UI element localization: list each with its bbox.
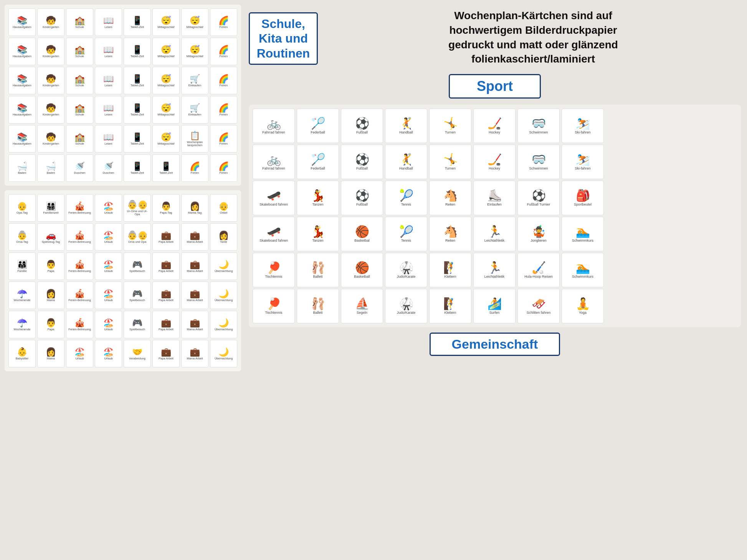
card-label: Mittagsschlaf [187,26,203,29]
sport-card-label: Ballett [313,275,322,279]
sport-card-label: Yoga [579,311,587,315]
top-card-3-3: 📖Lesen [95,96,122,124]
card-label: Schule [75,142,84,145]
card-label: Babysitter [16,357,28,360]
sport-card-label: Ski-fahren [575,167,590,171]
card-icon: 💼 [190,290,200,298]
sport-card-label: Tennis [401,203,411,207]
sport-card-icon: 🎾 [399,226,413,237]
sport-card-icon: 🥋 [399,262,413,273]
sport-card-icon: 🧗 [443,298,458,310]
top-card-5-7: 🌈Ferien [210,154,237,182]
sport-card-label: Leichtathletik [484,275,505,279]
sport-card-label: Reiten [445,239,455,243]
card-icon: 📋 [190,132,200,140]
card-icon: 📱 [132,75,142,83]
sport-card-3-2: 🏀Basketbal [341,217,383,251]
card-icon: 🛒 [190,104,200,112]
bottom-left-card-0-7: 👴Onkel [210,194,237,222]
bottom-left-card-0-1: 👨‍👩‍👧‍👦Familienzeit [37,194,64,222]
sport-card-4-3: 🥋Judo/Karate [385,253,427,287]
card-icon: 🏖️ [103,202,114,211]
sport-card-label: Schlitten fahren [527,311,551,315]
sport-card-label: Reiten [445,203,455,207]
card-label: Ferien [220,55,228,58]
card-label: Ferien [220,84,228,87]
sport-card-label: Tennis [401,239,411,243]
sport-card-4-4: 🧗Klettern [429,253,471,287]
card-icon: 📚 [17,133,27,142]
card-icon: 😴 [161,46,171,54]
top-card-5-3: 🚿Duschen [95,154,122,182]
sport-card-2-6: ⚽Fußball Turnier [517,181,560,215]
card-label: Übernachtung [215,357,233,360]
card-icon: 👨‍👩‍👧‍👦 [46,202,56,211]
top-card-3-1: 🧒Kindergarten [37,96,64,124]
card-icon: 😴 [161,133,171,142]
sport-card-label: Tanzen [312,239,323,243]
top-card-3-2: 🏫Schule [66,96,93,124]
sport-card-4-6: 🏑Hula-Hoop Reisen [517,253,560,287]
card-icon: 🏖️ [103,348,114,356]
bottom-left-card-4-0: ☂️Wochenende [8,311,36,338]
card-icon: 👩 [46,290,56,298]
card-label: Ferien [220,26,228,29]
card-label: Papa Arbeit [159,240,174,244]
sport-card-5-2: ⛵Segeln [341,289,383,323]
card-icon: 💼 [161,260,171,269]
card-icon: 🚗 [46,231,56,240]
top-card-3-5: 😴Mittagsschlaf [152,96,180,124]
card-label: Lesen [104,142,112,145]
card-label: Tablet-Zeit [131,26,144,29]
top-description-row: Schule, Kita und Routinen Wochenplan-Kär… [249,5,741,70]
sport-card-label: Klettern [444,311,456,315]
card-icon: 👴 [17,202,27,211]
card-icon: 📱 [132,162,142,171]
sport-card-icon: 🎾 [399,190,413,201]
sport-card-icon: 💃 [311,190,325,201]
card-label: Papa-Tag [160,211,172,214]
bottom-left-row-2: 👨‍👩‍👧Familie👨Papa🎪Ferien-Betreuung🏖️Urla… [8,252,237,280]
card-icon: 📖 [103,16,114,25]
sport-card-icon: 🏸 [311,118,325,129]
card-icon: 🏫 [74,75,85,83]
card-label: Spielzeug-Tag [42,240,60,244]
bottom-left-card-2-1: 👨Papa [37,252,64,280]
card-label: Mittagsschlaf [158,84,175,87]
sport-row-0: 🚲Fahrrad fahren🏸Federball⚽Fußball🤾Handba… [253,109,737,143]
sport-card-icon: 🏒 [488,154,502,165]
sport-card-label: Judo/Karate [397,275,416,279]
bottom-left-card-1-5: 💼Papa Arbeit [152,223,180,251]
sport-card-0-1: 🏸Federball [297,109,339,143]
card-icon: 😴 [161,16,171,25]
sport-card-2-0: 🛹Skateboard fahren [253,181,295,215]
sport-card-label: Skateboard fahren [259,203,288,207]
sport-card-icon: 🤾 [399,118,413,129]
card-icon: 📚 [17,46,27,54]
card-label: Hausaufgaben [13,55,31,58]
top-card-5-4: 📱Tablet-Zeit [124,154,151,182]
top-card-3-4: 📱Tablet-Zeit [124,96,151,124]
bottom-left-card-4-7: 🌙Übernachtung [210,311,237,338]
bottom-left-card-2-3: 🏖️Urlaub [95,252,122,280]
card-icon: 😴 [161,104,171,112]
sport-card-label: Turnen [445,131,456,135]
card-label: Oma-Tag [16,240,28,244]
bottom-left-card-1-4: 👵👴Oma und Opa [124,223,151,251]
card-label: Tablet-Zeit [131,84,144,87]
sport-card-icon: 🥽 [532,118,546,129]
card-label: Urlaub [104,240,112,244]
sport-card-label: Fahrrad fahren [262,167,285,171]
card-icon: 😴 [190,46,200,54]
sport-card-icon: 🏒 [488,118,502,129]
card-icon: 🌙 [218,290,229,298]
bottom-left-card-4-5: 💼Papa Arbeit [152,311,180,338]
card-label: Urlaub [104,270,112,273]
card-icon: 🏖️ [103,290,114,298]
sport-card-1-1: 🏸Federball [297,145,339,179]
sport-card-3-4: 🐴Reiten [429,217,471,251]
card-icon: 😴 [161,75,171,83]
bottom-left-card-5-0: 👶Babysitter [8,340,36,367]
sport-card-icon: ⚽ [355,118,369,129]
card-icon: 😴 [190,16,200,25]
